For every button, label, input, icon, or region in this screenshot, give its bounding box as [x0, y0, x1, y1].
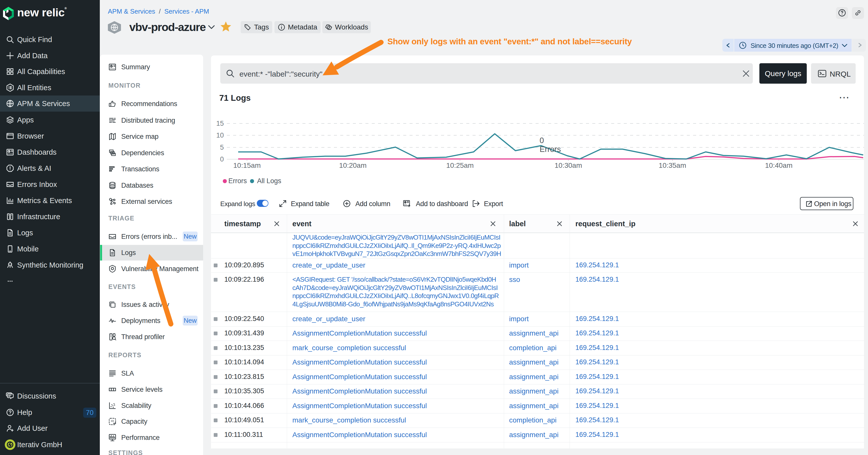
svg-text:10:15am: 10:15am [234, 162, 261, 169]
svg-text:10:30am: 10:30am [555, 162, 582, 169]
svg-text:10:25am: 10:25am [446, 162, 474, 169]
svg-text:10:40am: 10:40am [765, 162, 793, 169]
svg-text:Errors: Errors [539, 145, 561, 154]
svg-text:0: 0 [539, 136, 544, 145]
svg-text:0: 0 [220, 156, 224, 163]
svg-text:15: 15 [216, 120, 224, 127]
svg-text:10:20am: 10:20am [339, 162, 367, 169]
svg-text:5: 5 [220, 143, 224, 151]
svg-text:10: 10 [216, 131, 224, 139]
svg-text:10:35am: 10:35am [659, 162, 686, 169]
